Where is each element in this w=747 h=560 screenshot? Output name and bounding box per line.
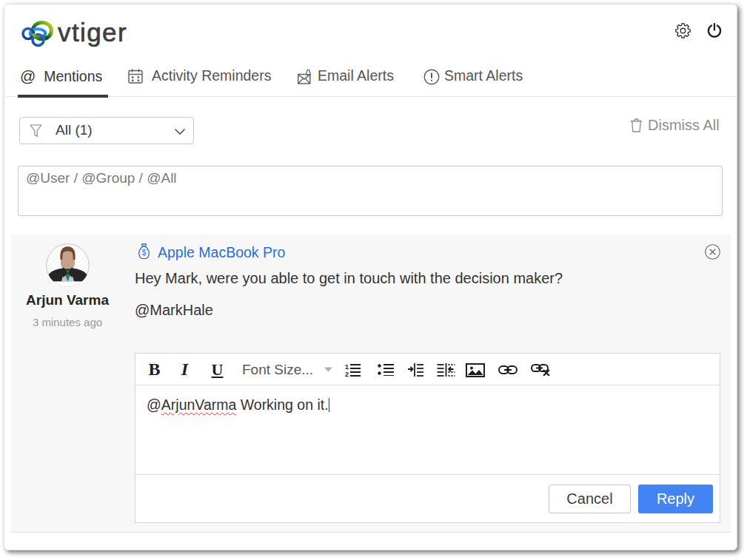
svg-text:$: $ [142, 249, 147, 257]
svg-text:1: 1 [345, 363, 349, 371]
svg-text:2: 2 [345, 371, 349, 377]
